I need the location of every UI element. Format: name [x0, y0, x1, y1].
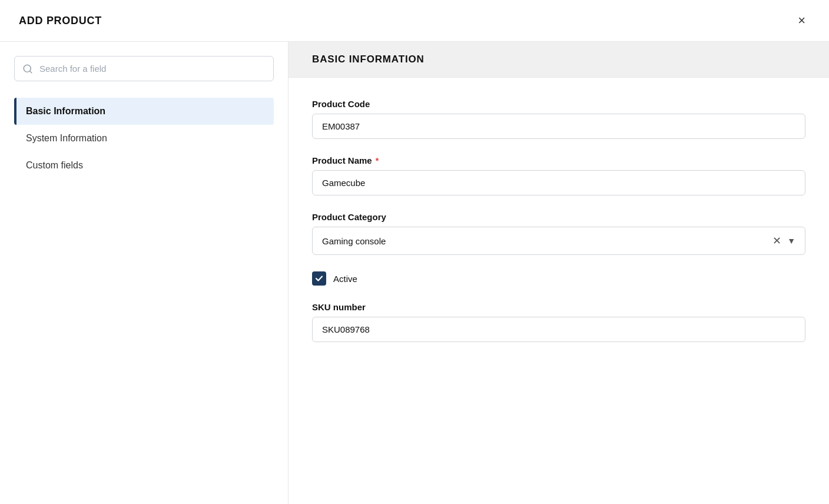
form-body: Product Code Product Name * Product Cate… [289, 78, 829, 363]
product-category-label: Product Category [312, 212, 805, 222]
product-category-value: Gaming console [322, 236, 386, 246]
product-name-input[interactable] [312, 170, 805, 195]
sidebar-item-basic-information[interactable]: Basic Information [14, 98, 274, 125]
active-checkbox[interactable] [312, 271, 326, 286]
sku-number-label: SKU number [312, 302, 805, 312]
svg-line-1 [29, 71, 31, 72]
search-wrapper [14, 56, 274, 81]
sidebar-item-system-information[interactable]: System Information [14, 125, 274, 152]
checkmark-icon [315, 274, 323, 283]
product-code-label: Product Code [312, 99, 805, 109]
section-header: BASIC INFORMATION [289, 42, 829, 78]
close-button[interactable]: × [793, 12, 810, 29]
nav-list: Basic Information System Information Cus… [14, 98, 274, 179]
search-icon [22, 64, 33, 74]
modal-title: ADD PRODUCT [19, 15, 102, 27]
modal-container: ADD PRODUCT × Basic Information [0, 0, 829, 504]
active-label: Active [333, 274, 357, 284]
product-category-select-wrapper: Gaming console ✕ ▼ [312, 227, 805, 255]
main-content: BASIC INFORMATION Product Code Product N… [289, 42, 829, 504]
product-category-select[interactable]: Gaming console ✕ ▼ [312, 227, 805, 255]
product-category-group: Product Category Gaming console ✕ ▼ [312, 212, 805, 255]
active-checkbox-group: Active [312, 271, 805, 286]
product-code-input[interactable] [312, 114, 805, 139]
select-chevron-icon[interactable]: ▼ [787, 236, 795, 246]
product-name-group: Product Name * [312, 155, 805, 195]
sidebar: Basic Information System Information Cus… [0, 42, 289, 504]
modal-body: Basic Information System Information Cus… [0, 42, 829, 504]
required-star: * [376, 156, 379, 165]
sidebar-item-custom-fields[interactable]: Custom fields [14, 152, 274, 179]
sku-number-group: SKU number [312, 302, 805, 342]
select-actions: ✕ ▼ [772, 234, 795, 247]
product-code-group: Product Code [312, 99, 805, 139]
sku-number-input[interactable] [312, 317, 805, 342]
product-name-label: Product Name * [312, 155, 805, 165]
select-clear-icon[interactable]: ✕ [772, 234, 781, 247]
modal-header: ADD PRODUCT × [0, 0, 829, 42]
search-input[interactable] [14, 56, 274, 81]
